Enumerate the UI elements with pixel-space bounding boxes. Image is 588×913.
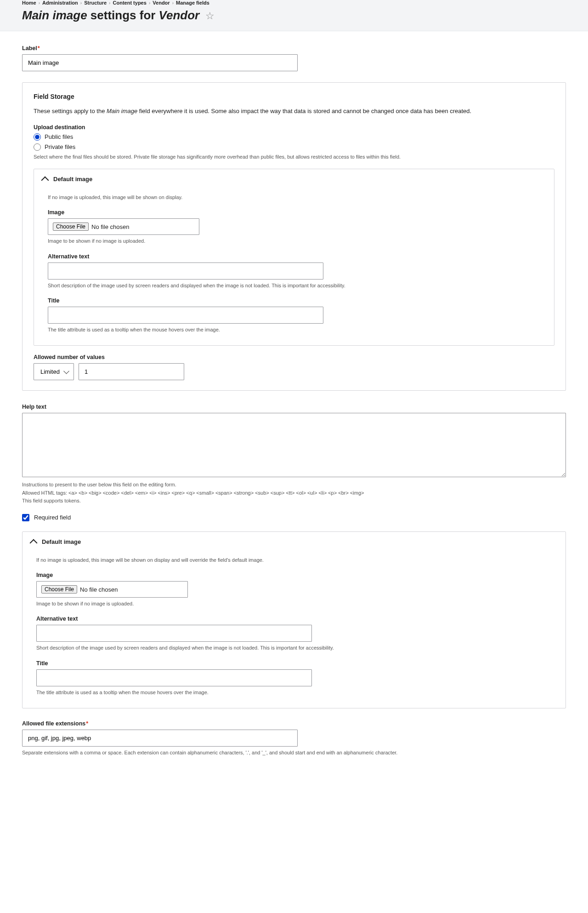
default-image-storage-details: Default image If no image is uploaded, t… [34,169,554,346]
file-status-2: No file chosen [80,586,118,593]
required-field-checkbox[interactable] [22,514,29,521]
default-image-summary-2[interactable]: Default image [23,532,565,552]
public-files-radio[interactable] [34,133,41,141]
chevron-up-icon [41,176,49,184]
chevron-up-icon [30,539,38,547]
help-text-desc2: Allowed HTML tags: <a> <b> <big> <code> … [22,490,566,496]
breadcrumb-item[interactable]: Structure [84,0,107,6]
default-image-instance-details: Default image If no image is uploaded, t… [22,531,566,709]
file-status: No file chosen [91,223,129,230]
title-input[interactable] [48,307,323,324]
alt-text-label: Alternative text [48,253,540,260]
chevron-right-icon: › [109,0,110,6]
help-text-label: Help text [22,404,566,410]
chevron-right-icon: › [80,0,82,6]
alt-text-input[interactable] [48,262,323,280]
upload-destination-label: Upload destination [34,124,554,131]
breadcrumb-item[interactable]: Manage fields [176,0,209,6]
extensions-help: Separate extensions with a comma or spac… [22,749,566,756]
breadcrumb: Home › Administration › Structure › Cont… [22,0,566,8]
field-storage-desc: These settings apply to the Main image f… [34,107,554,116]
allowed-values-label: Allowed number of values [34,354,554,360]
star-icon[interactable]: ☆ [205,10,215,22]
upload-destination-help: Select where the final files should be s… [34,154,554,160]
page-title: Main image settings for Vendor ☆ [22,8,566,23]
breadcrumb-item[interactable]: Vendor [153,0,170,6]
choose-file-button-2[interactable]: Choose File [41,585,77,593]
title-help-2: The title attribute is used as a tooltip… [36,689,552,696]
default-image-intro: If no image is uploaded, this image will… [48,194,540,201]
alt-text-help: Short description of the image used by s… [48,282,540,289]
alt-text-help-2: Short description of the image used by s… [36,645,552,651]
title-input-2[interactable] [36,669,312,686]
field-storage-title: Field Storage [34,93,554,100]
alt-text-label-2: Alternative text [36,616,552,622]
default-image-intro-2: If no image is uploaded, this image will… [36,557,552,564]
title-help: The title attribute is used as a tooltip… [48,326,540,333]
image-help: Image to be shown if no image is uploade… [48,238,540,245]
required-field-label: Required field [34,514,71,521]
image-help-2: Image to be shown if no image is uploade… [36,600,552,607]
help-text-desc3: This field supports tokens. [22,497,566,504]
allowed-values-number[interactable] [79,363,184,380]
image-label: Image [48,209,540,216]
private-files-label: Private files [45,143,75,150]
default-image-summary[interactable]: Default image [34,169,554,189]
extensions-label: Allowed file extensions* [22,720,566,727]
chevron-right-icon: › [172,0,174,6]
allowed-values-select[interactable]: Limited [34,363,74,380]
breadcrumb-item[interactable]: Home [22,0,36,6]
label-input[interactable] [22,54,298,71]
image-label-2: Image [36,572,552,578]
alt-text-input-2[interactable] [36,625,312,642]
public-files-label: Public files [45,133,73,140]
chevron-right-icon: › [39,0,40,6]
image-file-input-2[interactable]: Choose File No file chosen [36,581,188,598]
field-storage-section: Field Storage These settings apply to th… [22,82,566,391]
title-label-2: Title [36,660,552,667]
private-files-radio[interactable] [34,143,41,151]
help-text-input[interactable] [22,413,566,477]
title-label: Title [48,297,540,304]
image-file-input[interactable]: Choose File No file chosen [48,218,199,235]
label-field-label: Label* [22,45,566,51]
chevron-right-icon: › [149,0,150,6]
breadcrumb-item[interactable]: Administration [42,0,78,6]
choose-file-button[interactable]: Choose File [53,223,89,231]
extensions-input[interactable] [22,730,298,747]
help-text-desc1: Instructions to present to the user belo… [22,481,566,488]
breadcrumb-item[interactable]: Content types [113,0,147,6]
